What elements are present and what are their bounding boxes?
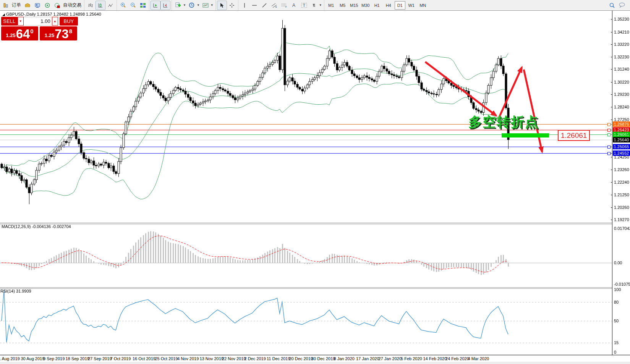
annotation-text[interactable]: 多空转折点: [468, 113, 539, 131]
macd-tick-label: 0.017043: [614, 226, 630, 231]
price-tickmark: [611, 107, 612, 107]
timeframe-d1[interactable]: D1: [395, 1, 405, 10]
price-tickmark: [611, 207, 612, 208]
date-label: 16 Oct 2019: [133, 356, 155, 361]
volume-increase-button[interactable]: ▲: [52, 17, 58, 26]
sell-button[interactable]: SELL: [1, 17, 18, 26]
date-label: 17 Jan 2020: [356, 356, 379, 361]
timeframe-mn[interactable]: MN: [418, 1, 428, 10]
macd-tick-label: 0.00: [614, 260, 622, 265]
sell-price-panel[interactable]: 1.25 64 0: [1, 26, 38, 40]
price-tickmark: [611, 44, 612, 45]
arrows-icon[interactable]: [309, 1, 319, 10]
chart-shift-icon[interactable]: [160, 1, 170, 10]
fibonacci-icon[interactable]: F: [279, 1, 289, 10]
buy-price-small: 1.25: [45, 32, 54, 38]
svg-text:E: E: [275, 6, 277, 8]
date-label: 18 Sep 2019: [66, 356, 89, 361]
date-label: 20 Dec 2019: [289, 356, 313, 361]
volume-decrease-button[interactable]: ▼: [18, 17, 24, 26]
arrows-caret[interactable]: ▼: [319, 3, 322, 7]
price-tickmark: [611, 170, 612, 170]
broadcast-icon[interactable]: [42, 1, 52, 10]
buy-price-panel[interactable]: 1.25 73 8: [40, 26, 77, 40]
trend-arrow-segment[interactable]: [425, 62, 496, 116]
date-label: 14 Feb 2020: [423, 356, 447, 361]
toolbar-group-cursor: [215, 0, 238, 10]
periods-caret[interactable]: ▼: [197, 3, 200, 7]
new-order-button[interactable]: [1, 1, 11, 10]
date-label: 11 Dec 2019: [267, 356, 290, 361]
search-icon[interactable]: [607, 1, 617, 10]
autotrade-label[interactable]: 自动交易: [63, 2, 81, 8]
price-tickmark: [611, 69, 612, 70]
price-box-1.25065: 1.25065: [613, 144, 630, 149]
date-label: 30 Aug 2019: [21, 356, 45, 361]
date-axis[interactable]: 1 Aug 201930 Aug 20199 Sep 201918 Sep 20…: [0, 355, 630, 362]
chat-icon[interactable]: [617, 1, 627, 10]
text-icon[interactable]: A: [289, 1, 299, 10]
timeframe-h4[interactable]: H4: [383, 1, 394, 10]
timeframe-m5[interactable]: M5: [337, 1, 348, 10]
price-tick-label: 1.32230: [614, 55, 629, 59]
trend-arrows[interactable]: [0, 11, 612, 355]
highlight-bar[interactable]: [502, 133, 549, 138]
price-box-1.25640: 1.25640: [613, 137, 630, 142]
crosshair-icon[interactable]: [227, 1, 237, 10]
text-label-icon[interactable]: T: [299, 1, 309, 10]
autotrade-icon[interactable]: [52, 1, 62, 10]
price-callout-label[interactable]: 1.26061: [558, 130, 590, 141]
tile-windows-icon[interactable]: [138, 1, 148, 10]
bar-chart-icon[interactable]: [86, 1, 96, 10]
zoom-in-icon[interactable]: [118, 1, 128, 10]
add-indicator-caret[interactable]: ▼: [183, 3, 186, 7]
strategy-tester-icon[interactable]: [32, 1, 42, 10]
line-chart-icon[interactable]: [105, 1, 115, 10]
vertical-line-icon[interactable]: [240, 1, 249, 10]
buy-button[interactable]: BUY: [60, 17, 78, 26]
price-tickmark: [611, 157, 612, 157]
price-tickmark: [611, 195, 612, 195]
toolbar-right-group: [607, 1, 630, 10]
templates-caret[interactable]: ▼: [211, 3, 214, 7]
one-click-trading-panel: SELL ▼ ▲ BUY 1.25 64 0 1.25 73 8: [1, 17, 78, 40]
templates-icon[interactable]: [201, 1, 211, 10]
zoom-out-icon[interactable]: [128, 1, 138, 10]
timeframe-h1[interactable]: H1: [372, 1, 382, 10]
trend-arrow-segment[interactable]: [499, 67, 522, 118]
candlestick-chart-icon[interactable]: [96, 1, 105, 10]
add-indicator-icon[interactable]: [173, 1, 183, 10]
date-label: 13 Nov 2019: [200, 356, 223, 361]
mt4-window: 订单 自动交易: [0, 0, 630, 364]
trendline-icon[interactable]: [259, 1, 269, 10]
price-tickmark: [611, 182, 612, 183]
timeframe-m15[interactable]: M15: [349, 1, 360, 10]
market-watch-icon[interactable]: [23, 1, 32, 10]
auto-scroll-icon[interactable]: [151, 1, 160, 10]
cursor-icon[interactable]: [217, 1, 227, 10]
price-axis[interactable]: 1.352301.342101.332201.322301.312401.302…: [612, 11, 630, 355]
svg-text:T: T: [303, 3, 305, 8]
date-label: 1 Aug 2019: [0, 356, 20, 361]
date-label: 25 Oct 2019: [155, 356, 178, 361]
date-label: 30 Dec 2019: [311, 356, 335, 361]
price-tick-label: 1.29230: [614, 92, 629, 97]
trend-arrow-segment[interactable]: [524, 70, 542, 152]
horizontal-line-icon[interactable]: [249, 1, 259, 10]
price-tick-label: 1.22240: [614, 180, 629, 184]
periods-icon[interactable]: [187, 1, 197, 10]
timeframe-m1[interactable]: M1: [326, 1, 337, 10]
new-order-label[interactable]: 订单: [12, 2, 21, 8]
price-tickmark: [611, 57, 612, 57]
timeframe-toolbar: M1M5M15M30H1H4D1W1MN: [324, 0, 430, 10]
timeframe-w1[interactable]: W1: [406, 1, 417, 10]
equidistant-channel-icon[interactable]: E: [269, 1, 279, 10]
date-label: 4 Nov 2019: [177, 356, 199, 361]
price-box-1.26876: 1.26876: [613, 121, 630, 127]
buy-price-big: 73: [55, 28, 69, 40]
toolbar-group-objects2: E F A T ▼: [238, 0, 324, 10]
sell-price-big: 64: [16, 28, 30, 40]
volume-input[interactable]: [24, 17, 52, 26]
timeframe-m30[interactable]: M30: [360, 1, 371, 10]
chart-area[interactable]: ◢GBPUSD-,Daily 1.28157 1.28482 1.24898 1…: [0, 11, 630, 364]
